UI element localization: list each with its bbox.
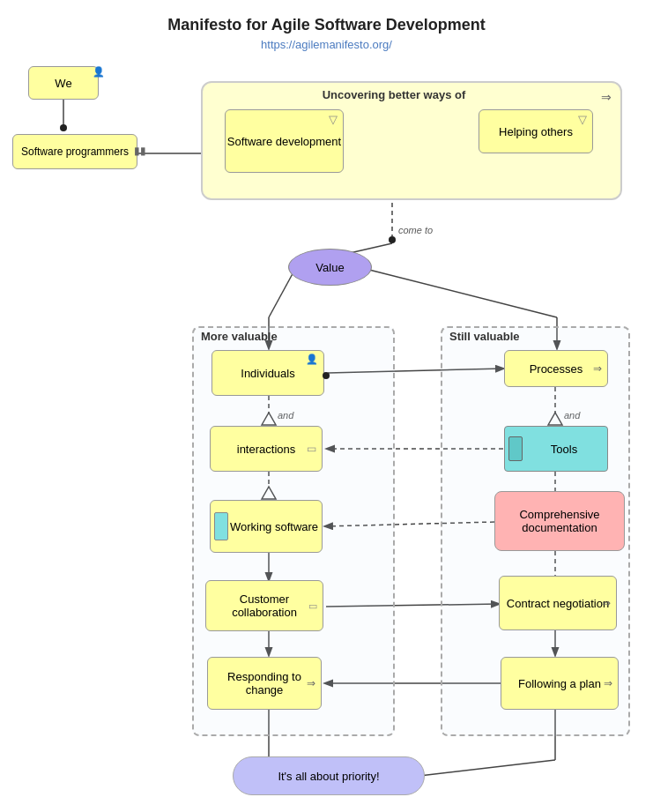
working-software-node: Working software	[210, 500, 323, 553]
contract-negotiation-node: Contract negotiation ⇒	[499, 576, 617, 630]
svg-line-6	[269, 269, 295, 317]
individuals-node: Individuals 👤	[211, 350, 324, 396]
value-node: Value	[288, 249, 372, 286]
tools-node: Tools	[504, 426, 608, 472]
more-valuable-label: More valuable	[201, 330, 278, 343]
software-development-node: Software development ▽	[225, 109, 344, 173]
dot-individuals	[323, 372, 330, 379]
teal-block-ws	[214, 512, 228, 540]
responding-to-change-node: Responding to change ⇒	[207, 657, 322, 710]
interactions-node: interactions ▭	[210, 426, 323, 472]
dot-we	[60, 124, 67, 131]
following-a-plan-node: Following a plan ⇒	[501, 657, 619, 710]
software-programmers-node: Software programmers	[12, 134, 137, 169]
processes-node: Processes ⇒	[504, 350, 608, 387]
page-subtitle: https://agilemanifesto.org/	[0, 38, 653, 51]
we-node: We	[28, 66, 99, 100]
customer-collaboration-node: Customer collaboration ▭	[205, 580, 323, 631]
svg-line-29	[419, 760, 555, 776]
svg-line-8	[366, 269, 557, 317]
comprehensive-documentation-node: Comprehensive documentation	[494, 491, 625, 551]
person-icon: 👤	[93, 66, 105, 78]
teal-block-tools	[508, 436, 523, 461]
svg-text:come to: come to	[398, 225, 433, 235]
db-icon: ▮▮	[134, 145, 146, 157]
uncovering-label: Uncovering better ways of	[203, 88, 585, 101]
dot-uncovering	[389, 236, 396, 243]
helping-others-node: Helping others ▽	[479, 109, 593, 153]
priority-cloud: It's all about priority!	[233, 756, 425, 795]
still-valuable-label: Still valuable	[449, 330, 519, 343]
page-title: Manifesto for Agile Software Development	[0, 0, 653, 34]
